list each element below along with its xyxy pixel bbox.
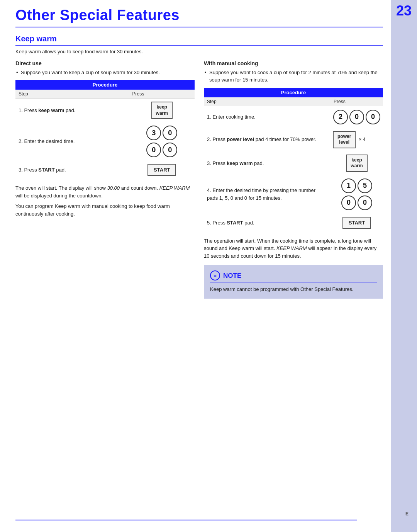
circle-1: 1 xyxy=(341,178,356,193)
circle-5: 5 xyxy=(358,178,372,193)
direct-use-footer-1: The oven will start. The display will sh… xyxy=(15,184,195,199)
direct-use-step-2-press: 3 0 0 0 xyxy=(129,122,195,161)
note-text: Keep warm cannot be programmed with Othe… xyxy=(210,286,377,293)
circle-0f: 0 xyxy=(341,195,356,210)
manual-step-3-press: keepwarm xyxy=(331,151,383,175)
direct-use-step-1-text: 1. Press keep warm pad. xyxy=(15,99,129,122)
x4-label: × 4 xyxy=(359,137,365,142)
two-column-layout: Direct use Suppose you want to keep a cu… xyxy=(15,60,383,299)
direct-use-step-2: 2. Enter the desired time. 3 0 0 0 xyxy=(15,122,195,161)
power-level-button: powerlevel xyxy=(333,131,356,148)
circle-0g: 0 xyxy=(358,195,372,210)
direct-use-step-2-text: 2. Enter the desired time. xyxy=(15,122,129,161)
direct-use-heading: Direct use xyxy=(15,60,195,66)
circle-0a: 0 xyxy=(163,126,177,140)
manual-cooking-column: With manual cooking Suppose you want to … xyxy=(204,60,383,299)
direct-use-col-press: Press xyxy=(129,90,195,99)
direct-use-procedure-header: Procedure xyxy=(15,80,195,90)
manual-step-3: 3. Press keep warm pad. keepwarm xyxy=(204,151,383,175)
page-title: Other Special Features xyxy=(15,7,180,24)
manual-step-5-text: 5. Press START pad. xyxy=(204,214,331,232)
manual-cooking-col-press: Press xyxy=(331,97,383,106)
direct-use-procedure-table: Procedure Step Press 1. Press keep warm … xyxy=(15,80,195,179)
direct-use-footer-2: You can program Keep warm with manual co… xyxy=(15,202,195,218)
manual-cooking-bullet: Suppose you want to cook a cup of soup f… xyxy=(204,69,383,84)
section-title: Keep warm xyxy=(15,34,383,46)
direct-use-step-1-press: keepwarm xyxy=(129,99,195,122)
keep-warm-button-1: keepwarm xyxy=(151,102,173,119)
circle-2: 2 xyxy=(333,110,348,124)
note-box: ≡ NOTE Keep warm cannot be programmed wi… xyxy=(204,265,383,299)
manual-step-4-circles-row2: 0 0 xyxy=(341,195,373,211)
page-header: Other Special Features xyxy=(0,0,417,24)
note-icon: ≡ xyxy=(210,270,220,280)
direct-use-step-2-circles-row2: 0 0 xyxy=(146,142,178,158)
circle-0d: 0 xyxy=(349,110,364,124)
keep-warm-button-2: keepwarm xyxy=(346,155,367,172)
manual-step-2-press: powerlevel × 4 xyxy=(331,128,383,151)
note-title: NOTE xyxy=(223,271,241,281)
manual-cooking-footer: The operation will start. When the cooki… xyxy=(204,237,383,260)
direct-use-bullet: Suppose you want to keep a cup of soup w… xyxy=(15,69,195,76)
manual-step-2: 2. Press power level pad 4 times for 70%… xyxy=(204,128,383,151)
manual-step-4-press: 1 5 0 0 xyxy=(331,175,383,214)
manual-cooking-procedure-table: Procedure Step Press 1. Enter cooking ti… xyxy=(204,88,383,232)
circle-0b: 0 xyxy=(146,143,161,157)
direct-use-column: Direct use Suppose you want to keep a cu… xyxy=(15,60,195,218)
direct-use-step-3-press: START xyxy=(129,161,195,179)
direct-use-step-1: 1. Press keep warm pad. keepwarm xyxy=(15,99,195,122)
manual-step-4-circles-row1: 1 5 xyxy=(341,178,373,194)
circle-0e: 0 xyxy=(366,110,380,124)
manual-step-2-text: 2. Press power level pad 4 times for 70%… xyxy=(204,128,331,151)
bottom-rule xyxy=(15,520,357,520)
manual-step-3-text: 3. Press keep warm pad. xyxy=(204,151,331,175)
manual-step-5: 5. Press START pad. START xyxy=(204,214,383,232)
start-button-manual: START xyxy=(342,217,371,229)
manual-cooking-heading: With manual cooking xyxy=(204,60,383,66)
note-header: ≡ NOTE xyxy=(210,270,377,282)
content: Keep warm Keep warm allows you to keep f… xyxy=(0,27,417,306)
intro-text: Keep warm allows you to keep food warm f… xyxy=(15,48,383,56)
manual-step-1-text: 1. Enter cooking time. xyxy=(204,106,331,128)
page-tab: 23 E xyxy=(391,0,417,532)
page-letter: E xyxy=(405,511,409,517)
direct-use-step-3-text: 3. Press START pad. xyxy=(15,161,129,179)
start-button-direct: START xyxy=(147,164,176,176)
direct-use-step-2-circles-row1: 3 0 xyxy=(146,125,178,141)
manual-step-1-press: 2 0 0 xyxy=(331,106,383,128)
manual-step-5-press: START xyxy=(331,214,383,232)
direct-use-step-3: 3. Press START pad. START xyxy=(15,161,195,179)
direct-use-col-step: Step xyxy=(15,90,129,99)
manual-step-4: 4. Enter the desired time by pressing th… xyxy=(204,175,383,214)
page-number: 23 xyxy=(396,4,412,18)
manual-cooking-col-step: Step xyxy=(204,97,331,106)
manual-step-4-text: 4. Enter the desired time by pressing th… xyxy=(204,175,331,214)
circle-0c: 0 xyxy=(163,143,177,157)
manual-step-1: 1. Enter cooking time. 2 0 0 xyxy=(204,106,383,128)
circle-3: 3 xyxy=(146,126,161,140)
manual-step-1-circles: 2 0 0 xyxy=(333,109,381,125)
manual-cooking-procedure-header: Procedure xyxy=(204,88,383,97)
